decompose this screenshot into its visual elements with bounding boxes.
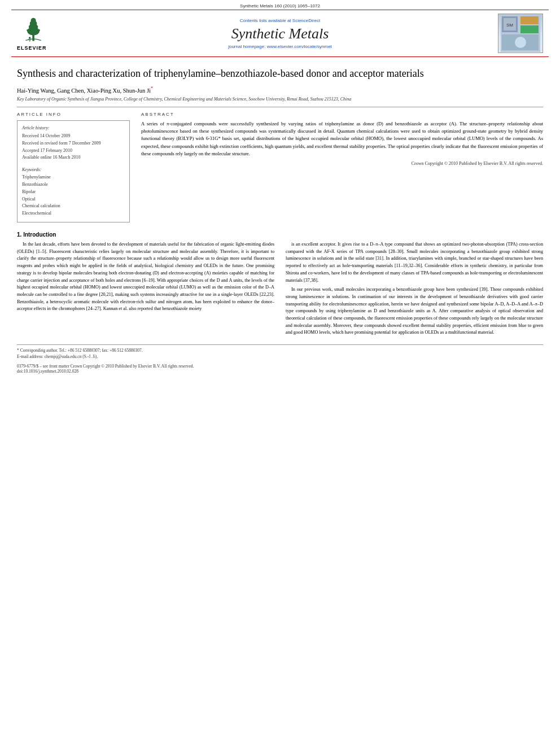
- contents-line: Contents lists available at ScienceDirec…: [62, 18, 498, 23]
- article-info-heading: ARTICLE INFO: [17, 112, 130, 117]
- svg-point-7: [29, 37, 31, 39]
- issn-text: 0379-6779/$ – see front matter Crown Cop…: [17, 364, 543, 369]
- intro-text-right: is an excellent acceptor. It gives rise …: [286, 241, 543, 337]
- affiliation: Key Laboratory of Organic Synthesis of J…: [17, 96, 543, 102]
- svg-point-15: [515, 37, 526, 48]
- footnote-email: E-mail address: chemjsj@suda.edu.cn (S.-…: [17, 353, 543, 360]
- journal-homepage: journal homepage: www.elsevier.com/locat…: [62, 44, 498, 49]
- article-info-box: Article history: Received 14 October 200…: [17, 120, 130, 222]
- authors-line: Hai-Ying Wang, Gang Chen, Xiao-Ping Xu, …: [17, 86, 543, 94]
- author-names: Hai-Ying Wang, Gang Chen, Xiao-Ping Xu, …: [17, 88, 151, 94]
- intro-para-2: is an excellent acceptor. It gives rise …: [286, 241, 543, 284]
- introduction-section: 1. Introduction In the last decade, effo…: [17, 231, 543, 374]
- journal-title-area: Contents lists available at ScienceDirec…: [62, 18, 498, 49]
- corresponding-author-marker: *: [151, 86, 153, 91]
- divider: [17, 107, 543, 107]
- keywords-block: Keywords: Triphenylamine Benzothiazole B…: [22, 167, 125, 217]
- cover-inner: SM: [498, 14, 542, 53]
- keyword-5: Chemical calculation: [22, 203, 125, 210]
- svg-point-5: [27, 29, 29, 32]
- footnote-star: * Corresponding author. Tel.: +86 512 65…: [17, 347, 543, 353]
- intro-col-left: In the last decade, efforts have been de…: [17, 241, 274, 339]
- keyword-4: Optical: [22, 196, 125, 203]
- intro-heading: 1. Introduction: [17, 231, 543, 238]
- article-info-column: ARTICLE INFO Article history: Received 1…: [17, 112, 130, 222]
- svg-rect-13: [520, 25, 539, 33]
- intro-para-3: In our previous work, small molecules in…: [286, 286, 543, 337]
- article-meta-section: ARTICLE INFO Article history: Received 1…: [17, 112, 543, 222]
- main-content: Synthesis and characterization of triphe…: [0, 57, 560, 379]
- history-block: Article history: Received 14 October 200…: [22, 125, 125, 161]
- cover-art-icon: SM: [501, 15, 540, 52]
- keyword-1: Triphenylamine: [22, 174, 125, 181]
- elsevier-tree-icon: [17, 16, 51, 44]
- doi-text: doi:10.1016/j.synthmet.2010.02.028: [17, 369, 543, 374]
- keyword-3: Bipolar: [22, 189, 125, 196]
- journal-header: ELSEVIER Contents lists available at Sci…: [11, 10, 549, 57]
- homepage-url[interactable]: www.elsevier.com/locate/synmet: [267, 44, 332, 49]
- section-title: Introduction: [23, 231, 56, 238]
- svg-text:SM: SM: [506, 23, 513, 28]
- journal-volume-info: Synthetic Metals 160 (2010) 1065–1072: [240, 3, 320, 8]
- abstract-heading: ABSTRACT: [141, 112, 543, 117]
- footnote-area: * Corresponding author. Tel.: +86 512 65…: [17, 344, 543, 360]
- journal-name: Synthetic Metals: [62, 25, 498, 42]
- intro-para-1: In the last decade, efforts have been de…: [17, 241, 274, 313]
- date-received: Received 14 October 2009 Received in rev…: [22, 133, 125, 161]
- journal-top-bar: Synthetic Metals 160 (2010) 1065–1072: [0, 0, 560, 10]
- intro-text-left: In the last decade, efforts have been de…: [17, 241, 274, 313]
- issn-line: 0379-6779/$ – see front matter Crown Cop…: [17, 364, 543, 374]
- elsevier-wordmark: ELSEVIER: [17, 45, 47, 51]
- history-label: Article history:: [22, 125, 125, 130]
- abstract-text: A series of π-conjugated compounds were …: [141, 120, 543, 158]
- contents-text: Contents lists available at: [240, 18, 291, 23]
- section-number: 1.: [17, 231, 21, 238]
- keyword-6: Electrochemical: [22, 210, 125, 217]
- science-direct-link[interactable]: ScienceDirect: [292, 18, 320, 23]
- article-title: Synthesis and characterization of triphe…: [17, 67, 543, 80]
- copyright-line: Crown Copyright © 2010 Published by Else…: [141, 161, 543, 166]
- keywords-list: Triphenylamine Benzothiazole Bipolar Opt…: [22, 174, 125, 217]
- svg-point-6: [38, 29, 40, 32]
- homepage-prefix: journal homepage:: [228, 44, 265, 49]
- elsevier-logo: ELSEVIER: [17, 16, 62, 51]
- keyword-2: Benzothiazole: [22, 181, 125, 189]
- keywords-label: Keywords:: [22, 167, 125, 172]
- intro-col-right: is an excellent acceptor. It gives rise …: [286, 241, 543, 339]
- intro-body-columns: In the last decade, efforts have been de…: [17, 241, 543, 339]
- journal-cover-image: SM: [498, 14, 543, 53]
- svg-rect-12: [520, 16, 539, 24]
- abstract-column: ABSTRACT A series of π-conjugated compou…: [141, 112, 543, 222]
- svg-point-4: [31, 18, 36, 23]
